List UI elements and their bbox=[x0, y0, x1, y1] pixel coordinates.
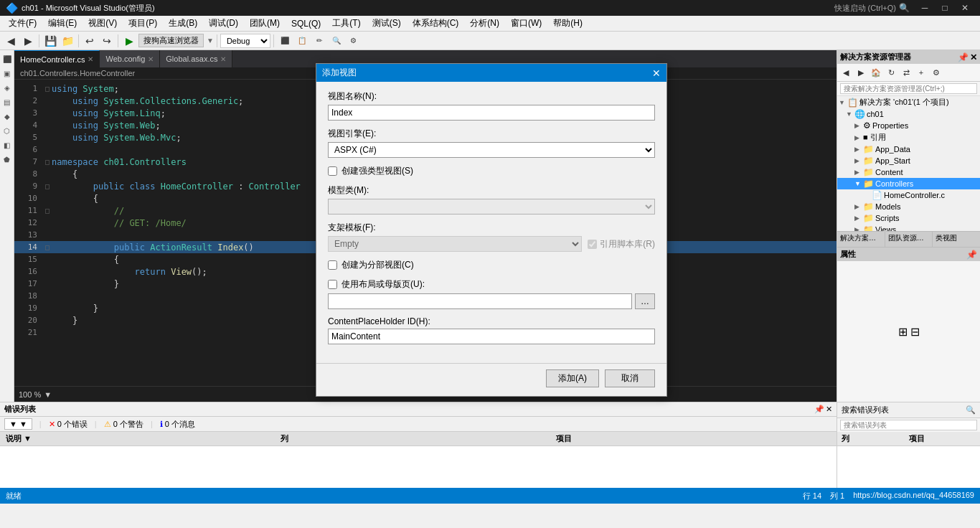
tree-appdata[interactable]: ▶ 📁 App_Data bbox=[837, 143, 980, 155]
se-search-input[interactable] bbox=[840, 83, 977, 94]
tree-controllers[interactable]: ▼ 📁 Controllers bbox=[837, 178, 980, 189]
dialog-contentplaceholder-input[interactable] bbox=[328, 329, 655, 344]
menu-help[interactable]: 帮助(H) bbox=[547, 16, 588, 31]
search-icon[interactable]: 🔍 bbox=[899, 3, 910, 13]
se-newfile-btn[interactable]: + bbox=[914, 65, 928, 80]
dialog-close-button[interactable]: ✕ bbox=[652, 67, 661, 79]
dialog-add-button[interactable]: 添加(A) bbox=[546, 369, 599, 387]
prop-icon-2[interactable]: ⊟ bbox=[910, 325, 920, 339]
zoom-level[interactable]: 100 % bbox=[19, 390, 41, 399]
toolbar-btn-2[interactable]: 📋 bbox=[294, 33, 310, 49]
menu-file[interactable]: 文件(F) bbox=[3, 16, 42, 31]
save-btn[interactable]: 💾 bbox=[42, 33, 58, 49]
left-sidebar-icon-4[interactable]: ▤ bbox=[1, 96, 13, 108]
dialog-cancel-button[interactable]: 取消 bbox=[605, 369, 655, 387]
se-close-icon[interactable]: ✕ bbox=[970, 52, 977, 62]
tree-appstart[interactable]: ▶ 📁 App_Start bbox=[837, 155, 980, 166]
dialog-masterpage-input[interactable] bbox=[328, 293, 632, 309]
se-home-btn[interactable]: 🏠 bbox=[869, 65, 883, 80]
menu-edit[interactable]: 编辑(E) bbox=[42, 16, 83, 31]
tab-homecontroller[interactable]: HomeController.cs ✕ bbox=[14, 50, 100, 67]
tree-models[interactable]: ▶ 📁 Models bbox=[837, 201, 980, 212]
left-sidebar-icon-7[interactable]: ◧ bbox=[1, 139, 13, 151]
se-settings-btn[interactable]: ⚙ bbox=[929, 65, 943, 80]
tab-homecontroller-close[interactable]: ✕ bbox=[88, 55, 93, 63]
se-tab-classview[interactable]: 类视图 bbox=[933, 232, 980, 247]
menu-debug[interactable]: 调试(D) bbox=[203, 16, 244, 31]
browser-selector[interactable]: 搜狗高速浏览器 bbox=[138, 34, 204, 47]
tree-homecontroller[interactable]: 📄 HomeController.c bbox=[837, 189, 980, 201]
tree-references[interactable]: ▶ ■ 引用 bbox=[837, 131, 980, 143]
toolbar-btn-1[interactable]: ⬛ bbox=[277, 33, 293, 49]
se-tab-solution[interactable]: 解决方案资源管... bbox=[837, 232, 885, 247]
dialog-masterpage-browse-btn[interactable]: … bbox=[635, 293, 655, 309]
menu-arch[interactable]: 体系结构(C) bbox=[407, 16, 465, 31]
menu-build[interactable]: 生成(B) bbox=[163, 16, 203, 31]
left-sidebar-icon-1[interactable]: ⬛ bbox=[1, 53, 13, 65]
tab-webconfig[interactable]: Web.config ✕ bbox=[100, 50, 160, 67]
menu-team[interactable]: 团队(M) bbox=[244, 16, 286, 31]
error-warnings-count[interactable]: ⚠ 0 个警告 bbox=[104, 419, 143, 430]
minimize-button[interactable]: ─ bbox=[915, 0, 934, 16]
menu-tools[interactable]: 工具(T) bbox=[326, 16, 366, 31]
menu-view[interactable]: 视图(V) bbox=[83, 16, 123, 31]
dialog-model-select[interactable] bbox=[328, 199, 655, 214]
start-btn[interactable]: ▶ bbox=[121, 33, 137, 49]
tree-properties[interactable]: ▶ ⚙ Properties bbox=[837, 120, 980, 131]
toolbar-btn-3[interactable]: ✏ bbox=[311, 33, 327, 49]
toolbar-btn-4[interactable]: 🔍 bbox=[329, 33, 344, 49]
dialog-strongly-typed-checkbox[interactable] bbox=[328, 166, 337, 176]
se-back-btn[interactable]: ◀ bbox=[839, 65, 853, 80]
dialog-partial-checkbox[interactable] bbox=[328, 260, 337, 270]
desc-sort-icon[interactable]: ▼ bbox=[24, 434, 32, 443]
search-error-icon[interactable]: 🔍 bbox=[966, 405, 976, 415]
error-search-input[interactable] bbox=[840, 420, 977, 430]
tab-webconfig-close[interactable]: ✕ bbox=[148, 55, 154, 63]
redo-btn[interactable]: ↪ bbox=[99, 33, 115, 49]
tree-content[interactable]: ▶ 📁 Content bbox=[837, 166, 980, 178]
tree-project[interactable]: ▼ 🌐 ch01 bbox=[837, 108, 980, 120]
left-sidebar-icon-5[interactable]: ◆ bbox=[1, 110, 13, 122]
menu-project[interactable]: 项目(P) bbox=[123, 16, 163, 31]
tab-globalasax[interactable]: Global.asax.cs ✕ bbox=[160, 50, 232, 67]
error-filter-btn[interactable]: ▼ ▼ bbox=[4, 418, 32, 430]
error-panel-close[interactable]: ✕ bbox=[826, 405, 832, 414]
prop-icon-1[interactable]: ⊞ bbox=[898, 325, 908, 339]
debug-config-dropdown[interactable]: Debug Release bbox=[220, 34, 270, 48]
se-tab-team[interactable]: 团队资源管... bbox=[885, 232, 933, 247]
properties-pin-icon[interactable]: 📌 bbox=[966, 250, 977, 260]
menu-analyze[interactable]: 分析(N) bbox=[464, 16, 505, 31]
browser-dropdown-icon[interactable]: ▼ bbox=[207, 37, 214, 44]
left-sidebar-icon-2[interactable]: ▣ bbox=[1, 67, 13, 79]
tree-solution[interactable]: ▼ 📋 解决方案 'ch01'(1 个项目) bbox=[837, 96, 980, 108]
se-forward-btn[interactable]: ▶ bbox=[854, 65, 868, 80]
se-refresh-btn[interactable]: ↻ bbox=[884, 65, 898, 80]
left-sidebar-icon-6[interactable]: ⬡ bbox=[1, 125, 13, 136]
se-pin-icon[interactable]: 📌 bbox=[958, 52, 969, 62]
zoom-dropdown-icon[interactable]: ▼ bbox=[44, 390, 52, 399]
se-sync-btn[interactable]: ⇄ bbox=[899, 65, 913, 80]
left-sidebar-icon-3[interactable]: ◈ bbox=[1, 82, 13, 93]
save-all-btn[interactable]: 📁 bbox=[60, 33, 75, 49]
tree-scripts[interactable]: ▶ 📁 Scripts bbox=[837, 212, 980, 224]
maximize-button[interactable]: □ bbox=[936, 0, 954, 16]
tab-globalasax-close[interactable]: ✕ bbox=[220, 55, 226, 63]
back-btn[interactable]: ◀ bbox=[3, 33, 19, 49]
error-messages-count[interactable]: ℹ 0 个消息 bbox=[160, 419, 195, 430]
dialog-viewname-input[interactable] bbox=[328, 105, 655, 121]
ref-script-checkbox[interactable] bbox=[588, 240, 597, 249]
menu-window[interactable]: 窗口(W) bbox=[505, 16, 547, 31]
menu-test[interactable]: 测试(S) bbox=[367, 16, 407, 31]
dialog-scaffold-select[interactable]: Empty List Details Create Edit Delete bbox=[328, 236, 582, 252]
close-button[interactable]: ✕ bbox=[956, 0, 974, 16]
dialog-masterpage-checkbox[interactable] bbox=[328, 280, 337, 289]
menu-sql[interactable]: SQL(Q) bbox=[286, 17, 326, 30]
toolbar-btn-5[interactable]: ⚙ bbox=[346, 33, 362, 49]
quick-launch[interactable]: 快速启动 (Ctrl+Q) bbox=[834, 3, 896, 14]
left-sidebar-icon-8[interactable]: ⬟ bbox=[1, 154, 13, 165]
undo-btn[interactable]: ↩ bbox=[82, 33, 98, 49]
error-errors-count[interactable]: ✕ 0 个错误 bbox=[49, 419, 88, 430]
dialog-engine-select[interactable]: ASPX (C#) Razor (C#) Razor (VB) bbox=[328, 142, 655, 158]
error-panel-pin[interactable]: 📌 bbox=[814, 405, 824, 414]
forward-btn[interactable]: ▶ bbox=[20, 33, 36, 49]
